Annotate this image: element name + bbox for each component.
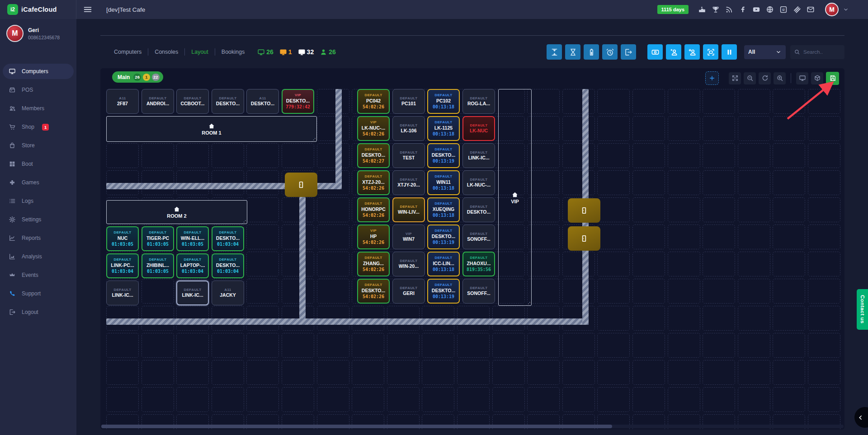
scrollbar-thumb[interactable]: [101, 425, 612, 428]
sidebar-item-store[interactable]: Store: [3, 138, 74, 153]
computer-tile[interactable]: DEFAULTWIN-20...: [392, 252, 425, 276]
sidebar-item-logs[interactable]: Logs: [3, 193, 74, 209]
resize-handle-icon[interactable]: ⋰: [242, 220, 246, 225]
computer-tile[interactable]: DEFAULTLINK-IC...: [176, 281, 209, 305]
computer-tile[interactable]: DEFAULTDESKTO...01:03:04: [212, 226, 244, 251]
room-room1[interactable]: ROOM 1⋰: [106, 116, 317, 142]
tab-bookings[interactable]: Bookings: [215, 49, 251, 55]
computer-tile[interactable]: DEFAULTLK-112500:13:18: [427, 116, 460, 141]
battery-button[interactable]: [584, 44, 599, 60]
computer-tile[interactable]: DEFAULTSONOFF...: [462, 225, 495, 249]
globe-icon[interactable]: [766, 5, 774, 14]
sidebar-item-computers[interactable]: Computers: [3, 64, 74, 79]
layers-icon[interactable]: [793, 5, 801, 14]
member-star-button[interactable]: [666, 44, 681, 60]
add-button[interactable]: [705, 71, 719, 85]
computer-tile[interactable]: A11JACKY: [212, 281, 244, 305]
podium-icon[interactable]: [698, 5, 706, 14]
computer-tile[interactable]: DEFAULTDESKTO...00:13:19: [427, 225, 460, 249]
computer-tile[interactable]: DEFAULTDESKTO...00:13:19: [427, 143, 460, 168]
computer-tile[interactable]: VIPDESKTO...779:32:42: [282, 89, 314, 114]
zone-pill[interactable]: Main 26122: [112, 71, 163, 83]
tab-layout[interactable]: Layout: [185, 49, 215, 55]
computer-tile[interactable]: DEFAULTXTJY-20...: [392, 170, 425, 195]
computer-tile[interactable]: DEFAULTPC101: [392, 89, 425, 114]
alarm-clock-button[interactable]: [602, 44, 618, 60]
member-add-button[interactable]: [684, 44, 700, 60]
hamburger-menu-icon[interactable]: [83, 5, 93, 14]
tab-consoles[interactable]: Consoles: [148, 49, 184, 55]
sidebar-item-analysis[interactable]: Analysis: [3, 249, 74, 264]
fullscreen-button[interactable]: [729, 72, 741, 84]
computer-tile[interactable]: A11DESKTO...: [246, 89, 279, 114]
sidebar-item-boot[interactable]: Boot: [3, 156, 74, 172]
sidebar-item-pos[interactable]: POS: [3, 82, 74, 98]
computer-tile[interactable]: DEFAULTWIN1100:13:18: [427, 170, 460, 195]
pause-button[interactable]: [722, 44, 737, 60]
computer-tile[interactable]: DEFAULTDESKTO...01:03:04: [212, 253, 244, 278]
sidebar-item-members[interactable]: Members: [3, 101, 74, 116]
days-remaining-badge[interactable]: 1115 days: [657, 5, 689, 14]
tab-computers[interactable]: Computers: [108, 49, 148, 55]
computer-tile[interactable]: DEFAULTXTZJ-20...54:02:26: [357, 170, 390, 195]
cube-view-button[interactable]: [811, 72, 823, 84]
mail-icon[interactable]: [807, 5, 815, 14]
cash-button[interactable]: [647, 44, 663, 60]
computer-tile[interactable]: DEFAULTWIN-LIV...: [392, 197, 425, 222]
computer-tile[interactable]: DEFAULTNUC01:03:05: [106, 226, 139, 251]
resize-handle-icon[interactable]: ⋰: [526, 301, 531, 306]
door-tile[interactable]: [568, 198, 600, 223]
computer-tile[interactable]: DEFAULTZHIBINL...01:03:05: [142, 253, 174, 278]
scan-button[interactable]: [703, 44, 718, 60]
monitor-view-button[interactable]: [796, 72, 808, 84]
computer-tile[interactable]: DEFAULTLINK-PC...01:03:04: [106, 253, 139, 278]
sidebar-item-logout[interactable]: Logout: [3, 304, 74, 320]
computer-tile[interactable]: DEFAULTDESKTO...: [462, 197, 495, 222]
i2-icon[interactable]: i2: [779, 5, 788, 14]
sidebar-item-support[interactable]: Support: [3, 286, 74, 301]
computer-tile[interactable]: DEFAULTDESKTO...54:02:26: [357, 279, 390, 304]
reset-button[interactable]: [759, 72, 771, 84]
computer-tile[interactable]: DEFAULTHONORPC54:02:26: [357, 197, 390, 222]
computer-tile[interactable]: DEFAULTTEST: [392, 143, 425, 168]
door-tile[interactable]: [285, 173, 317, 197]
sign-out-button[interactable]: [621, 44, 636, 60]
layout-canvas[interactable]: Main 26122 ROOM 1⋰ROOM 2⋰VIP⋰A112F87DEFA…: [100, 68, 844, 430]
sidebar-item-games[interactable]: Games: [3, 175, 74, 190]
computer-tile[interactable]: DEFAULTGERI: [392, 279, 425, 304]
sidebar-user[interactable]: M Geri 008612345678: [0, 19, 76, 48]
computer-tile[interactable]: DEFAULTWIN-ELL...01:03:05: [176, 226, 209, 251]
computer-tile[interactable]: DEFAULTANDROI...: [142, 89, 174, 114]
collapse-chat-button[interactable]: [854, 407, 868, 428]
computer-tile[interactable]: DEFAULTPC10200:13:18: [427, 89, 460, 114]
computer-tile[interactable]: DEFAULTDESKTO...: [212, 89, 244, 114]
computer-tile[interactable]: A112F87: [106, 89, 139, 114]
room-vip[interactable]: VIP⋰: [498, 89, 532, 306]
computer-tile[interactable]: DEFAULTLK-106: [392, 116, 425, 141]
computer-tile[interactable]: DEFAULTZHANG...54:02:26: [357, 252, 390, 276]
facebook-icon[interactable]: [739, 5, 747, 14]
hourglass-end-button[interactable]: [547, 44, 562, 60]
search-input[interactable]: [803, 49, 841, 55]
save-button[interactable]: [826, 72, 839, 85]
chevron-down-icon[interactable]: [843, 6, 849, 13]
computer-tile[interactable]: DEFAULTLAPTOP-...01:03:04: [176, 253, 209, 278]
computer-tile[interactable]: DEFAULTPC04254:02:26: [357, 89, 390, 114]
computer-tile[interactable]: VIPHP54:02:26: [357, 225, 390, 249]
zoom-in-button[interactable]: [774, 72, 786, 84]
trophy-icon[interactable]: [712, 5, 720, 14]
computer-tile[interactable]: DEFAULTROG-LA...: [462, 89, 495, 114]
user-avatar[interactable]: M: [825, 3, 839, 16]
computer-tile[interactable]: DEFAULTLINK-IC...: [106, 281, 139, 305]
sidebar-item-reports[interactable]: Reports: [3, 230, 74, 246]
filter-select[interactable]: All: [744, 45, 786, 59]
computer-tile[interactable]: DEFAULTCCBOOT...: [176, 89, 209, 114]
youtube-icon[interactable]: [752, 5, 760, 14]
sidebar-item-shop[interactable]: Shop1: [3, 119, 74, 135]
hourglass-button[interactable]: [565, 44, 580, 60]
computer-tile[interactable]: DEFAULTDESKTO...54:02:27: [357, 143, 390, 168]
contact-us-button[interactable]: Contact us: [857, 289, 868, 330]
room-room2[interactable]: ROOM 2⋰: [106, 200, 247, 224]
computer-tile[interactable]: DEFAULTTIGER-PC01:03:05: [142, 226, 174, 251]
computer-tile[interactable]: DEFAULTSONOFF...: [462, 279, 495, 304]
